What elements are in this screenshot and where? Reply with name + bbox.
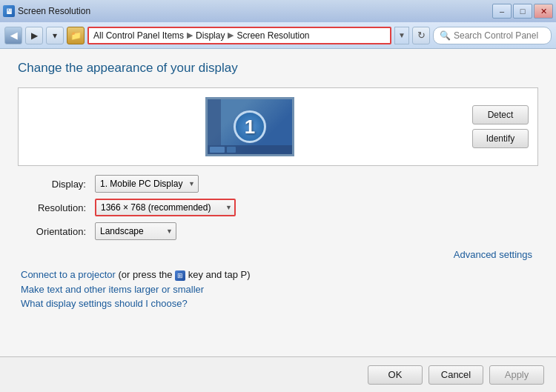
cancel-button[interactable]: Cancel — [428, 365, 483, 385]
display-settings-link-item: What display settings should I choose? — [21, 298, 538, 309]
projector-link-suffix: (or press the ⊞ key and tap P) — [116, 269, 251, 280]
address-bar-input[interactable]: All Control Panel Items ▶ Display ▶ Scre… — [87, 27, 391, 44]
back-button[interactable]: ◀ — [4, 27, 22, 44]
display-settings-link[interactable]: What display settings should I choose? — [21, 298, 188, 309]
breadcrumb-part2: Display — [196, 30, 225, 41]
page-title: Change the appearance of your display — [18, 61, 538, 76]
display-select-wrapper: 1. Mobile PC Display — [95, 175, 199, 193]
text-size-link-item: Make text and other items larger or smal… — [21, 284, 538, 295]
maximize-button[interactable]: □ — [513, 4, 532, 19]
advanced-settings-link[interactable]: Advanced settings — [454, 249, 532, 260]
breadcrumb-sep2: ▶ — [228, 30, 234, 40]
address-dropdown-button[interactable]: ▼ — [394, 27, 409, 44]
settings-section: Display: 1. Mobile PC Display Resolution… — [18, 175, 538, 240]
search-icon: 🔍 — [440, 30, 451, 41]
orientation-select-wrapper: Landscape — [95, 222, 176, 240]
window-title: Screen Resolution — [18, 6, 90, 16]
orientation-label: Orientation: — [21, 226, 86, 237]
breadcrumb-part1: All Control Panel Items — [93, 30, 184, 41]
search-box[interactable]: 🔍 — [433, 27, 552, 44]
monitor-screen: 1 — [208, 99, 292, 154]
title-bar-left: 🖥 Screen Resolution — [3, 5, 90, 17]
orientation-select[interactable]: Landscape — [95, 222, 176, 240]
title-bar: 🖥 Screen Resolution – □ ✕ — [0, 0, 556, 22]
ok-button[interactable]: OK — [368, 365, 423, 385]
forward-button[interactable]: ▶ — [25, 27, 43, 44]
close-button[interactable]: ✕ — [534, 4, 553, 19]
apply-button[interactable]: Apply — [489, 365, 544, 385]
title-bar-controls: – □ ✕ — [492, 4, 553, 19]
display-label: Display: — [21, 179, 86, 190]
resolution-select-wrapper: 1366 × 768 (recommended) — [95, 199, 236, 216]
window-icon: 🖥 — [3, 5, 15, 17]
display-row: Display: 1. Mobile PC Display — [21, 175, 538, 193]
projector-link[interactable]: Connect to a projector — [21, 269, 116, 280]
advanced-settings-section: Advanced settings — [18, 249, 538, 260]
bottom-bar: OK Cancel Apply — [0, 356, 556, 392]
resolution-select[interactable]: 1366 × 768 (recommended) — [95, 199, 236, 216]
main-content: Change the appearance of your display 1 — [0, 49, 556, 356]
display-select[interactable]: 1. Mobile PC Display — [95, 175, 199, 193]
projector-link-item: Connect to a projector (or press the ⊞ k… — [21, 269, 538, 281]
recent-pages-button[interactable]: ▾ — [46, 27, 64, 44]
monitor-buttons: Detect Identify — [472, 105, 529, 148]
monitor-image: 1 — [205, 97, 294, 156]
identify-button[interactable]: Identify — [472, 129, 529, 148]
resolution-row: Resolution: 1366 × 768 (recommended) — [21, 199, 538, 216]
resolution-label: Resolution: — [21, 202, 86, 213]
breadcrumb: All Control Panel Items ▶ Display ▶ Scre… — [93, 30, 309, 41]
window: 🖥 Screen Resolution – □ ✕ ◀ ▶ ▾ 📁 All Co… — [0, 0, 556, 392]
orientation-row: Orientation: Landscape — [21, 222, 538, 240]
folder-icon: 📁 — [67, 27, 85, 44]
minimize-button[interactable]: – — [492, 4, 512, 19]
monitor-number: 1 — [234, 110, 266, 143]
detect-button[interactable]: Detect — [472, 105, 529, 124]
search-input[interactable] — [454, 30, 545, 41]
text-size-link[interactable]: Make text and other items larger or smal… — [21, 284, 204, 295]
address-bar: ◀ ▶ ▾ 📁 All Control Panel Items ▶ Displa… — [0, 22, 556, 49]
monitor-display: 1 — [27, 97, 472, 156]
links-section: Connect to a projector (or press the ⊞ k… — [18, 269, 538, 309]
refresh-button[interactable]: ↻ — [412, 27, 430, 44]
breadcrumb-sep1: ▶ — [187, 30, 193, 40]
breadcrumb-part3: Screen Resolution — [236, 30, 309, 41]
monitor-panel: 1 Detect Identify — [18, 87, 538, 166]
